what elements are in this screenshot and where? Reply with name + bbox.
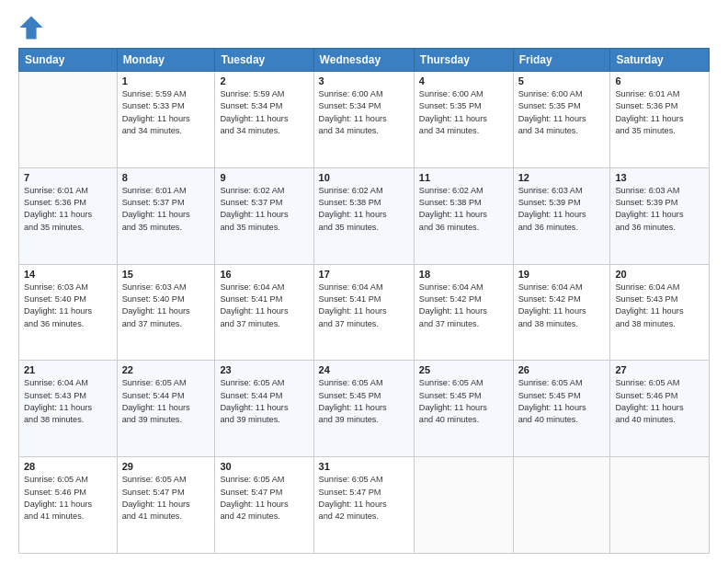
day-info: Sunrise: 6:05 AM Sunset: 5:47 PM Dayligh…	[220, 474, 308, 523]
day-number: 25	[419, 364, 508, 375]
day-number: 17	[319, 269, 409, 280]
day-number: 28	[24, 461, 112, 472]
calendar-cell: 5Sunrise: 6:00 AM Sunset: 5:35 PM Daylig…	[513, 72, 610, 168]
weekday-header: Monday	[117, 49, 215, 72]
calendar-cell: 29Sunrise: 6:05 AM Sunset: 5:47 PM Dayli…	[117, 457, 215, 554]
logo-icon	[18, 15, 44, 40]
day-info: Sunrise: 6:03 AM Sunset: 5:39 PM Dayligh…	[518, 185, 606, 234]
day-info: Sunrise: 6:04 AM Sunset: 5:42 PM Dayligh…	[518, 282, 606, 330]
day-info: Sunrise: 6:05 AM Sunset: 5:45 PM Dayligh…	[419, 377, 508, 426]
day-number: 3	[319, 75, 409, 86]
day-number: 8	[122, 172, 210, 183]
day-number: 6	[615, 75, 704, 86]
calendar-week-row: 1Sunrise: 5:59 AM Sunset: 5:33 PM Daylig…	[19, 72, 710, 168]
day-number: 23	[220, 364, 308, 375]
day-info: Sunrise: 6:04 AM Sunset: 5:43 PM Dayligh…	[615, 282, 704, 330]
day-number: 21	[24, 364, 112, 375]
day-info: Sunrise: 6:04 AM Sunset: 5:43 PM Dayligh…	[24, 377, 112, 426]
day-number: 22	[122, 364, 210, 375]
day-number: 18	[419, 269, 508, 280]
day-number: 12	[518, 172, 606, 183]
day-info: Sunrise: 6:05 AM Sunset: 5:46 PM Dayligh…	[615, 377, 704, 426]
calendar-header-row: SundayMondayTuesdayWednesdayThursdayFrid…	[19, 49, 710, 72]
calendar-week-row: 7Sunrise: 6:01 AM Sunset: 5:36 PM Daylig…	[19, 167, 710, 264]
calendar-cell: 14Sunrise: 6:03 AM Sunset: 5:40 PM Dayli…	[19, 264, 118, 361]
calendar-cell: 8Sunrise: 6:01 AM Sunset: 5:37 PM Daylig…	[117, 167, 215, 264]
calendar-cell: 28Sunrise: 6:05 AM Sunset: 5:46 PM Dayli…	[19, 457, 118, 554]
calendar-cell: 19Sunrise: 6:04 AM Sunset: 5:42 PM Dayli…	[513, 264, 610, 361]
day-number: 2	[220, 75, 308, 86]
day-info: Sunrise: 6:05 AM Sunset: 5:45 PM Dayligh…	[518, 377, 606, 426]
calendar-cell: 1Sunrise: 5:59 AM Sunset: 5:33 PM Daylig…	[117, 72, 215, 168]
day-number: 20	[615, 269, 704, 280]
calendar-cell	[513, 457, 610, 554]
day-info: Sunrise: 6:04 AM Sunset: 5:41 PM Dayligh…	[319, 282, 409, 330]
day-number: 15	[122, 269, 210, 280]
weekday-header: Sunday	[19, 49, 118, 72]
calendar-week-row: 21Sunrise: 6:04 AM Sunset: 5:43 PM Dayli…	[19, 361, 710, 457]
calendar-cell: 4Sunrise: 6:00 AM Sunset: 5:35 PM Daylig…	[414, 72, 513, 168]
weekday-header: Wednesday	[313, 49, 414, 72]
day-number: 10	[319, 172, 409, 183]
day-info: Sunrise: 6:01 AM Sunset: 5:36 PM Dayligh…	[24, 185, 112, 234]
day-info: Sunrise: 6:05 AM Sunset: 5:45 PM Dayligh…	[319, 377, 409, 426]
day-info: Sunrise: 6:04 AM Sunset: 5:42 PM Dayligh…	[419, 282, 508, 330]
day-info: Sunrise: 6:00 AM Sunset: 5:34 PM Dayligh…	[319, 88, 409, 137]
day-number: 16	[220, 269, 308, 280]
day-number: 24	[319, 364, 409, 375]
calendar-cell: 24Sunrise: 6:05 AM Sunset: 5:45 PM Dayli…	[313, 361, 414, 457]
day-info: Sunrise: 6:02 AM Sunset: 5:37 PM Dayligh…	[220, 185, 308, 234]
day-number: 14	[24, 269, 112, 280]
calendar-week-row: 28Sunrise: 6:05 AM Sunset: 5:46 PM Dayli…	[19, 457, 710, 554]
weekday-header: Friday	[513, 49, 610, 72]
day-number: 7	[24, 172, 112, 183]
calendar-cell: 7Sunrise: 6:01 AM Sunset: 5:36 PM Daylig…	[19, 167, 118, 264]
day-info: Sunrise: 6:03 AM Sunset: 5:39 PM Dayligh…	[615, 185, 704, 234]
day-info: Sunrise: 6:05 AM Sunset: 5:44 PM Dayligh…	[220, 377, 308, 426]
day-number: 29	[122, 461, 210, 472]
day-number: 27	[615, 364, 704, 375]
calendar-cell: 25Sunrise: 6:05 AM Sunset: 5:45 PM Dayli…	[414, 361, 513, 457]
day-info: Sunrise: 6:01 AM Sunset: 5:37 PM Dayligh…	[122, 185, 210, 234]
logo	[18, 15, 46, 40]
calendar-cell	[414, 457, 513, 554]
day-info: Sunrise: 6:02 AM Sunset: 5:38 PM Dayligh…	[419, 185, 508, 234]
calendar-cell	[610, 457, 710, 554]
day-number: 5	[518, 75, 606, 86]
calendar-cell: 27Sunrise: 6:05 AM Sunset: 5:46 PM Dayli…	[610, 361, 710, 457]
calendar-cell: 13Sunrise: 6:03 AM Sunset: 5:39 PM Dayli…	[610, 167, 710, 264]
calendar-cell: 9Sunrise: 6:02 AM Sunset: 5:37 PM Daylig…	[215, 167, 313, 264]
calendar-cell: 16Sunrise: 6:04 AM Sunset: 5:41 PM Dayli…	[215, 264, 313, 361]
svg-marker-0	[19, 16, 42, 39]
day-info: Sunrise: 6:05 AM Sunset: 5:44 PM Dayligh…	[122, 377, 210, 426]
day-number: 19	[518, 269, 606, 280]
day-info: Sunrise: 6:05 AM Sunset: 5:47 PM Dayligh…	[122, 474, 210, 523]
day-number: 13	[615, 172, 704, 183]
day-number: 9	[220, 172, 308, 183]
day-info: Sunrise: 6:03 AM Sunset: 5:40 PM Dayligh…	[122, 282, 210, 330]
day-info: Sunrise: 5:59 AM Sunset: 5:33 PM Dayligh…	[122, 88, 210, 137]
day-info: Sunrise: 6:04 AM Sunset: 5:41 PM Dayligh…	[220, 282, 308, 330]
day-info: Sunrise: 6:00 AM Sunset: 5:35 PM Dayligh…	[419, 88, 508, 137]
day-number: 11	[419, 172, 508, 183]
calendar-table: SundayMondayTuesdayWednesdayThursdayFrid…	[18, 48, 710, 554]
header	[18, 15, 710, 40]
weekday-header: Saturday	[610, 49, 710, 72]
page: SundayMondayTuesdayWednesdayThursdayFrid…	[0, 0, 728, 563]
day-number: 31	[319, 461, 409, 472]
calendar-week-row: 14Sunrise: 6:03 AM Sunset: 5:40 PM Dayli…	[19, 264, 710, 361]
day-info: Sunrise: 6:05 AM Sunset: 5:46 PM Dayligh…	[24, 474, 112, 523]
calendar-cell: 23Sunrise: 6:05 AM Sunset: 5:44 PM Dayli…	[215, 361, 313, 457]
calendar-cell: 21Sunrise: 6:04 AM Sunset: 5:43 PM Dayli…	[19, 361, 118, 457]
day-info: Sunrise: 5:59 AM Sunset: 5:34 PM Dayligh…	[220, 88, 308, 137]
calendar-cell: 20Sunrise: 6:04 AM Sunset: 5:43 PM Dayli…	[610, 264, 710, 361]
calendar-cell: 10Sunrise: 6:02 AM Sunset: 5:38 PM Dayli…	[313, 167, 414, 264]
calendar-cell	[19, 72, 118, 168]
calendar-cell: 15Sunrise: 6:03 AM Sunset: 5:40 PM Dayli…	[117, 264, 215, 361]
calendar-cell: 18Sunrise: 6:04 AM Sunset: 5:42 PM Dayli…	[414, 264, 513, 361]
day-info: Sunrise: 6:00 AM Sunset: 5:35 PM Dayligh…	[518, 88, 606, 137]
day-info: Sunrise: 6:03 AM Sunset: 5:40 PM Dayligh…	[24, 282, 112, 330]
day-info: Sunrise: 6:01 AM Sunset: 5:36 PM Dayligh…	[615, 88, 704, 137]
calendar-cell: 6Sunrise: 6:01 AM Sunset: 5:36 PM Daylig…	[610, 72, 710, 168]
calendar-cell: 11Sunrise: 6:02 AM Sunset: 5:38 PM Dayli…	[414, 167, 513, 264]
